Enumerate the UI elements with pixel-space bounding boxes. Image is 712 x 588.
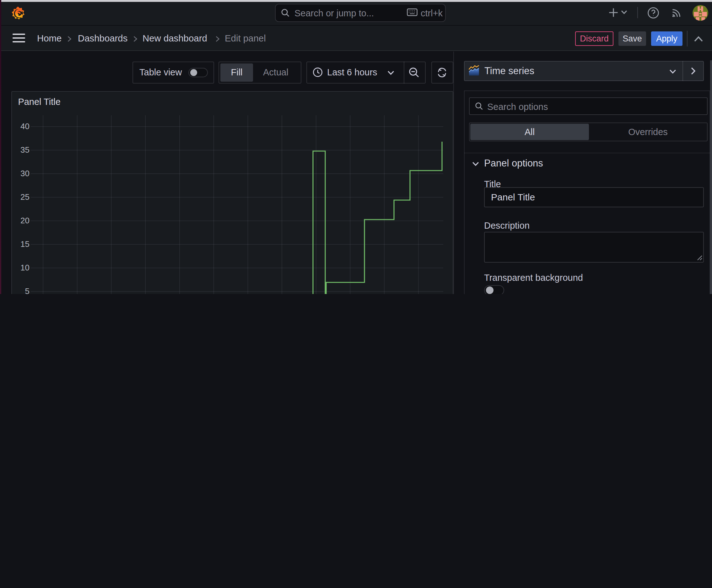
- svg-text:30: 30: [20, 168, 29, 178]
- svg-text:40: 40: [20, 121, 29, 131]
- svg-text:15: 15: [20, 239, 29, 249]
- svg-text:25: 25: [20, 192, 29, 201]
- svg-text:5: 5: [25, 286, 29, 294]
- svg-text:35: 35: [20, 145, 29, 154]
- svg-text:20: 20: [20, 215, 29, 225]
- svg-text:10: 10: [20, 262, 29, 272]
